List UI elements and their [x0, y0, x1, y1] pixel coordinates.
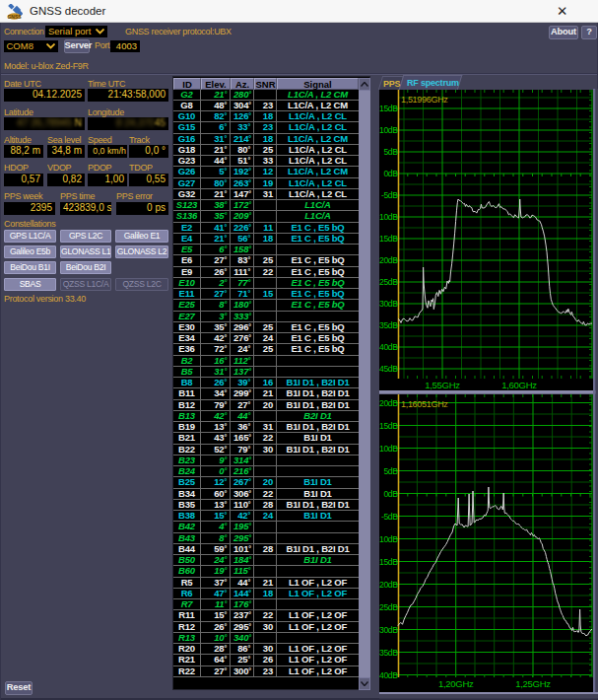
svg-text:15dB: 15dB	[379, 421, 398, 431]
svg-text:1,16051GHz: 1,16051GHz	[401, 399, 448, 409]
svg-text:-5dB: -5dB	[381, 512, 398, 522]
svg-text:-40dB: -40dB	[379, 342, 398, 352]
svg-text:15dB: 15dB	[379, 104, 398, 113]
svg-text:-10dB: -10dB	[379, 534, 398, 544]
svg-text:1,25GHz: 1,25GHz	[515, 678, 551, 689]
svg-text:1,20GHz: 1,20GHz	[438, 678, 474, 689]
svg-text:-30dB: -30dB	[379, 299, 398, 309]
svg-text:20dB: 20dB	[379, 398, 398, 408]
svg-text:-25dB: -25dB	[379, 277, 398, 287]
svg-text:5dB: 5dB	[383, 147, 398, 157]
svg-text:10dB: 10dB	[379, 125, 398, 135]
svg-text:1,55GHz: 1,55GHz	[425, 380, 460, 390]
svg-text:GNSS: GNSS	[7, 14, 22, 20]
svg-text:5dB: 5dB	[383, 466, 398, 476]
svg-text:-20dB: -20dB	[379, 255, 398, 265]
svg-text:-25dB: -25dB	[379, 602, 398, 612]
svg-text:-40dB: -40dB	[379, 670, 398, 680]
svg-text:-15dB: -15dB	[379, 557, 398, 567]
svg-text:-30dB: -30dB	[379, 625, 398, 635]
svg-text:0dB: 0dB	[383, 169, 398, 178]
svg-text:-15dB: -15dB	[379, 234, 398, 244]
svg-text:-45dB: -45dB	[379, 364, 398, 374]
svg-text:-35dB: -35dB	[379, 648, 398, 658]
svg-text:-5dB: -5dB	[381, 190, 398, 200]
svg-text:0dB: 0dB	[383, 489, 398, 499]
svg-text:-20dB: -20dB	[379, 580, 398, 590]
svg-text:1,60GHz: 1,60GHz	[501, 380, 537, 390]
svg-text:10dB: 10dB	[379, 444, 398, 454]
svg-text:-35dB: -35dB	[379, 320, 398, 330]
svg-text:-10dB: -10dB	[379, 212, 398, 222]
svg-text:1,51996GHz: 1,51996GHz	[401, 95, 448, 105]
